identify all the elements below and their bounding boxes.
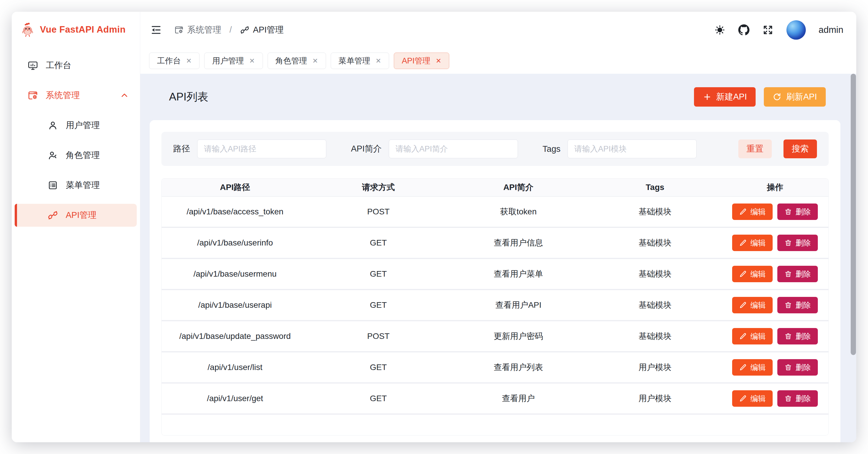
sidebar-item-api[interactable]: API管理 [15, 204, 137, 227]
cell-api-path: /api/v1/base/access_token [162, 197, 308, 227]
path-filter-input[interactable] [197, 140, 326, 158]
trash-icon [784, 208, 792, 216]
pencil-icon [739, 270, 747, 278]
sidebar-item-workbench[interactable]: 工作台 [15, 54, 137, 77]
tab-close-icon[interactable]: ✕ [249, 58, 255, 64]
tab-close-icon[interactable]: ✕ [312, 58, 318, 64]
tab-close-icon[interactable]: ✕ [436, 58, 441, 64]
content-scrollbar[interactable] [851, 74, 856, 355]
cell-actions: 编辑 删除 [721, 228, 828, 258]
avatar[interactable] [786, 20, 806, 40]
cell-api-path: /api/v1/base/update_password [162, 321, 308, 351]
chevron-up-icon [120, 91, 128, 100]
cell-api-path: /api/v1/user/list [162, 352, 308, 382]
edit-button[interactable]: 编辑 [732, 390, 773, 407]
refresh-api-button[interactable]: 刷新API [764, 87, 826, 107]
edit-button[interactable]: 编辑 [732, 203, 773, 220]
tab-bar: 工作台 ✕ 用户管理 ✕ 角色管理 ✕ 菜单管理 ✕ API管理 ✕ [140, 48, 856, 74]
search-button[interactable]: 搜索 [783, 140, 817, 158]
refresh-icon [773, 92, 781, 101]
api-plug-icon [240, 25, 249, 35]
edit-button[interactable]: 编辑 [732, 328, 773, 344]
cell-method: GET [308, 228, 448, 258]
edit-button[interactable]: 编辑 [732, 297, 773, 313]
pencil-icon [739, 208, 747, 216]
breadcrumb-label: 系统管理 [187, 24, 221, 36]
trash-icon [784, 301, 792, 309]
cell-summary: 查看用户信息 [448, 228, 588, 258]
github-icon[interactable] [738, 24, 749, 35]
app-window: Vue FastAPI Admin 工作台 [12, 12, 856, 442]
edit-button[interactable]: 编辑 [732, 235, 773, 251]
delete-button[interactable]: 删除 [777, 203, 818, 220]
sidebar-item-system[interactable]: 系统管理 [15, 84, 137, 107]
sidebar-item-label: 系统管理 [46, 90, 80, 101]
tab-roles[interactable]: 角色管理 ✕ [268, 53, 326, 69]
table-header: API路径 请求方式 API简介 Tags 操作 [162, 178, 828, 197]
tab-close-icon[interactable]: ✕ [376, 58, 381, 64]
fullscreen-icon[interactable] [762, 24, 774, 35]
table-row: /api/v1/base/access_token POST 获取token 基… [162, 197, 828, 228]
breadcrumb-system[interactable]: 系统管理 [174, 24, 221, 36]
tab-workbench[interactable]: 工作台 ✕ [149, 53, 199, 69]
sidebar-item-roles[interactable]: 角色管理 [15, 144, 137, 167]
tab-label: API管理 [402, 56, 431, 66]
cell-method: GET [308, 259, 448, 289]
tab-label: 角色管理 [276, 56, 307, 66]
app-logo[interactable]: Vue FastAPI Admin [12, 12, 140, 48]
tags-filter-input[interactable] [567, 140, 696, 158]
delete-label: 删除 [796, 238, 811, 248]
tab-api[interactable]: API管理 ✕ [394, 53, 449, 69]
cell-tags: 基础模块 [588, 290, 721, 320]
header-actions: admin [714, 20, 843, 40]
edit-label: 编辑 [750, 394, 766, 404]
username[interactable]: admin [819, 25, 843, 35]
table-row: /api/v1/user/list GET 查看用户列表 用户模块 编辑 删除 [162, 352, 828, 384]
theme-sun-icon[interactable] [714, 24, 725, 35]
edit-button[interactable]: 编辑 [732, 359, 773, 376]
pencil-icon [739, 301, 747, 309]
tab-menus[interactable]: 菜单管理 ✕ [331, 53, 389, 69]
cell-tags: 基础模块 [588, 259, 721, 289]
tab-users[interactable]: 用户管理 ✕ [204, 53, 262, 69]
table-row-partial [162, 415, 828, 435]
cell-actions: 编辑 删除 [721, 290, 828, 320]
tab-close-icon[interactable]: ✕ [186, 58, 192, 64]
content-area: API列表 新建API 刷新API [140, 74, 856, 442]
cell-tags: 基础模块 [588, 197, 721, 227]
sidebar-item-users[interactable]: 用户管理 [15, 114, 137, 137]
cell-summary: 获取token [448, 197, 588, 227]
delete-button[interactable]: 删除 [777, 390, 818, 407]
delete-button[interactable]: 删除 [777, 235, 818, 251]
cell-summary: 查看用户 [448, 384, 588, 414]
table-row: /api/v1/user/get GET 查看用户 用户模块 编辑 删除 [162, 384, 828, 415]
new-api-button[interactable]: 新建API [694, 87, 756, 107]
pencil-icon [739, 395, 747, 402]
delete-button[interactable]: 删除 [777, 359, 818, 376]
menu-list-icon [48, 180, 58, 191]
delete-button[interactable]: 删除 [777, 328, 818, 344]
edit-label: 编辑 [750, 362, 766, 373]
delete-button[interactable]: 删除 [777, 266, 818, 282]
delete-label: 删除 [796, 394, 811, 404]
table-row: /api/v1/base/userapi GET 查看用户API 基础模块 编辑… [162, 290, 828, 321]
cell-method: GET [308, 384, 448, 414]
system-window-gear-icon [174, 25, 184, 35]
menu-fold-icon[interactable] [150, 24, 162, 36]
delete-button[interactable]: 删除 [777, 297, 818, 313]
sidebar-item-label: 用户管理 [66, 119, 100, 131]
path-filter-label: 路径 [173, 143, 190, 155]
edit-button[interactable]: 编辑 [732, 266, 773, 282]
summary-filter-input[interactable] [389, 140, 518, 158]
delete-label: 删除 [796, 362, 811, 373]
filter-panel: 路径 API简介 Tags 重置 搜索 [161, 132, 829, 166]
api-plug-icon [48, 210, 58, 221]
edit-label: 编辑 [750, 207, 766, 217]
cell-method: POST [308, 321, 448, 351]
monitor-icon [28, 60, 38, 71]
sidebar-item-menus[interactable]: 菜单管理 [15, 174, 137, 197]
reset-button[interactable]: 重置 [738, 140, 772, 158]
breadcrumb-api[interactable]: API管理 [240, 24, 284, 36]
cell-summary: 查看用户列表 [448, 352, 588, 382]
trash-icon [784, 239, 792, 247]
